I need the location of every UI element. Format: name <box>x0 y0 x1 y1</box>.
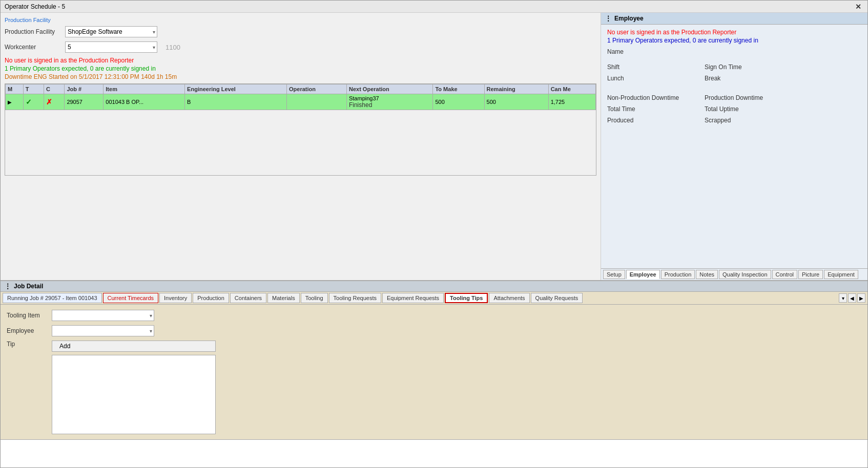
main-window: Operator Schedule - 5 ✕ Production Facil… <box>0 0 868 468</box>
col-operation: Operation <box>287 84 347 94</box>
emp-tab-equipment[interactable]: Equipment <box>824 270 858 279</box>
emp-row-produced: Produced Scrapped <box>607 117 861 124</box>
job-tab-containers[interactable]: Containers <box>230 293 266 303</box>
tab-scroll-menu[interactable]: ▾ <box>839 293 847 303</box>
bottom-bar <box>1 439 867 467</box>
job-tab-current-timecards[interactable]: Current Timecards <box>103 293 158 303</box>
production-facility-label: Production Facility <box>5 28 61 35</box>
emp-shift-label: Shift <box>607 63 684 71</box>
cell-can-me: 1,725 <box>548 94 595 110</box>
job-tab-equipment-requests[interactable]: Equipment Requests <box>382 293 444 303</box>
workcenter-select[interactable]: 5 <box>65 41 157 53</box>
close-button[interactable]: ✕ <box>853 3 863 10</box>
employee-label: Employee <box>7 327 48 334</box>
tip-label: Tip <box>7 341 48 348</box>
emp-tab-control[interactable]: Control <box>772 270 797 279</box>
error-message-1: No user is signed in as the Production R… <box>5 57 596 64</box>
col-m: M <box>6 84 24 94</box>
production-facility-select[interactable]: ShopEdge Software <box>65 26 157 37</box>
employee-tabs: Setup Employee Production Notes Quality … <box>601 268 867 280</box>
job-tabs-bar: Running Job # 29057 - Item 001043 Curren… <box>1 292 867 305</box>
emp-tab-notes[interactable]: Notes <box>696 270 718 279</box>
emp-name-label: Name <box>607 48 624 55</box>
emp-sign-on-time-label: Sign On Time <box>705 63 781 71</box>
emp-total-uptime: Total Uptime <box>705 105 781 113</box>
job-tab-tooling-tips[interactable]: Tooling Tips <box>445 293 488 303</box>
emp-non-prod-downtime: Non-Production Downtime <box>607 94 684 101</box>
employee-body: No user is signed in as the Production R… <box>601 25 867 268</box>
production-facility-row: Production Facility ShopEdge Software <box>5 26 596 37</box>
job-detail-header: ⋮ Job Detail <box>1 281 867 292</box>
emp-sign-on-time: Sign On Time <box>705 63 781 71</box>
emp-error-1: No user is signed in as the Production R… <box>607 29 861 36</box>
main-content: Production Facility Production Facility … <box>1 13 867 280</box>
window-title: Operator Schedule - 5 <box>5 3 65 10</box>
emp-total-time: Total Time <box>607 105 684 113</box>
tab-scroll-left[interactable]: ◀ <box>848 293 856 303</box>
workcenter-row: Workcenter 5 1100 <box>5 41 596 53</box>
emp-total-time-label: Total Time <box>607 105 684 113</box>
tooling-tips-panel: Tooling Item Employee Tip <box>1 305 867 439</box>
right-panel: ⋮ Employee No user is signed in as the P… <box>601 13 867 280</box>
col-remaining: Remaining <box>484 84 548 94</box>
emp-scrapped: Scrapped <box>705 117 781 124</box>
job-tab-production[interactable]: Production <box>193 293 229 303</box>
cell-to-make: 500 <box>433 94 484 110</box>
tip-textarea-row: Tip Add <box>7 341 861 434</box>
employee-select[interactable] <box>52 325 154 336</box>
job-tab-running-job[interactable]: Running Job # 29057 - Item 001043 <box>3 293 102 303</box>
col-to-make: To Make <box>433 84 484 94</box>
emp-lunch-label: Lunch <box>607 75 684 82</box>
table-row[interactable]: ▶ ✓ ✗ 29057 001043 B OP... B Stamping37F… <box>6 94 596 110</box>
tip-input-area: Add <box>52 341 216 434</box>
job-tab-arrows: ▾ ◀ ▶ <box>839 293 865 303</box>
emp-break: Break <box>705 75 781 82</box>
emp-tab-setup[interactable]: Setup <box>603 270 625 279</box>
emp-shift: Shift <box>607 63 684 71</box>
employee-header: ⋮ Employee <box>601 13 867 25</box>
workcenter-number: 1100 <box>166 44 180 51</box>
cell-m: ▶ <box>6 94 24 110</box>
workcenter-label: Workcenter <box>5 44 61 51</box>
job-tab-materials[interactable]: Materials <box>267 293 300 303</box>
job-detail-title: Job Detail <box>14 283 43 290</box>
job-tab-inventory[interactable]: Inventory <box>159 293 192 303</box>
employee-header-title: Employee <box>614 15 644 22</box>
workcenter-select-wrapper[interactable]: 5 <box>65 41 157 53</box>
production-facility-select-wrapper[interactable]: ShopEdge Software <box>65 26 157 37</box>
emp-non-prod-downtime-label: Non-Production Downtime <box>607 94 684 101</box>
job-tab-tooling-requests[interactable]: Tooling Requests <box>329 293 381 303</box>
add-button[interactable]: Add <box>52 341 216 352</box>
emp-tab-production[interactable]: Production <box>661 270 695 279</box>
col-can-me: Can Me <box>548 84 595 94</box>
cell-job: 29057 <box>65 94 104 110</box>
employee-header-icon: ⋮ <box>605 15 611 22</box>
error-message-2: 1 Primary Operators expected, 0 are curr… <box>5 65 596 72</box>
emp-tab-row: Setup Employee Production Notes Quality … <box>601 269 867 280</box>
cell-remaining: 500 <box>484 94 548 110</box>
tooling-item-select[interactable] <box>52 310 154 321</box>
emp-row-lunch: Lunch Break <box>607 75 861 82</box>
cell-item: 001043 B OP... <box>104 94 185 110</box>
job-tab-tooling[interactable]: Tooling <box>301 293 328 303</box>
emp-tab-picture[interactable]: Picture <box>798 270 823 279</box>
emp-row-shift: Shift Sign On Time <box>607 63 861 71</box>
job-table[interactable]: M T C Job # Item Engineering Level Opera… <box>5 83 596 176</box>
job-tab-attachments[interactable]: Attachments <box>489 293 529 303</box>
emp-produced: Produced <box>607 117 684 124</box>
emp-scrapped-label: Scrapped <box>705 117 781 124</box>
error-message-3: Downtime ENG Started on 5/1/2017 12:31:0… <box>5 73 596 80</box>
col-t: T <box>23 84 44 94</box>
tooling-item-select-wrapper[interactable] <box>52 310 154 321</box>
job-tab-quality-requests[interactable]: Quality Requests <box>531 293 583 303</box>
emp-tab-quality-inspection[interactable]: Quality Inspection <box>719 270 771 279</box>
tip-textarea[interactable] <box>52 355 216 434</box>
employee-select-wrapper[interactable] <box>52 325 154 336</box>
emp-lunch: Lunch <box>607 75 684 82</box>
job-detail-icon: ⋮ <box>5 283 11 290</box>
emp-tab-employee[interactable]: Employee <box>626 270 660 279</box>
title-bar: Operator Schedule - 5 ✕ <box>1 1 867 13</box>
emp-produced-label: Produced <box>607 117 684 124</box>
col-c: C <box>44 84 65 94</box>
tab-scroll-right[interactable]: ▶ <box>857 293 865 303</box>
